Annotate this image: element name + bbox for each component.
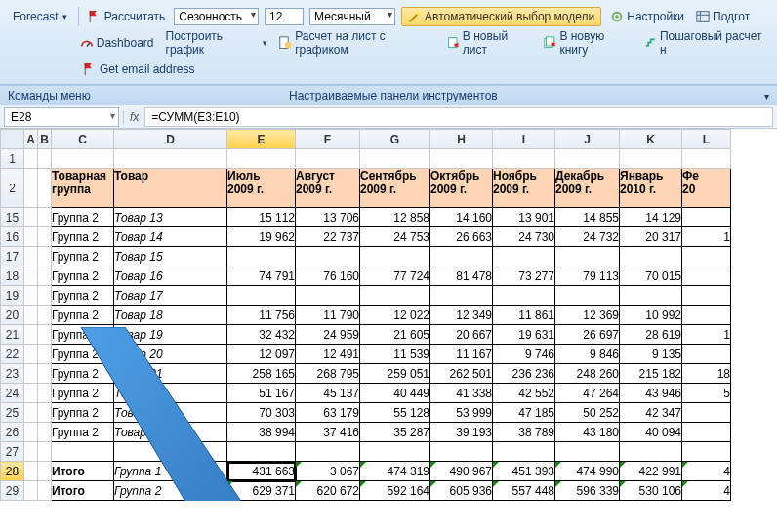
cell[interactable]: 41 338 <box>430 384 493 403</box>
calc-button[interactable]: Рассчитать <box>85 9 169 24</box>
cell[interactable]: 26 663 <box>430 227 493 247</box>
row-header[interactable]: 24 <box>1 384 24 403</box>
cell[interactable] <box>682 208 731 227</box>
ribbon-footer-center[interactable]: Настраиваемые панели инструментов <box>289 89 498 102</box>
row-header[interactable]: 19 <box>1 286 24 306</box>
cell[interactable] <box>682 423 731 442</box>
cell[interactable]: Группа 2 <box>52 345 114 364</box>
cell[interactable]: 620 672 <box>296 481 360 501</box>
cell[interactable]: Товар 14 <box>114 227 227 247</box>
cell[interactable] <box>38 364 52 384</box>
cell[interactable]: 53 999 <box>430 403 493 423</box>
row-header[interactable]: 16 <box>1 227 24 247</box>
row-header[interactable]: 27 <box>1 442 24 462</box>
cell[interactable]: 32 432 <box>227 325 296 345</box>
row-header[interactable]: 23 <box>1 364 24 384</box>
cell[interactable]: 37 416 <box>296 423 360 442</box>
get-email-button[interactable]: Get email address <box>80 61 197 77</box>
cell[interactable] <box>555 247 620 266</box>
cell[interactable]: Группа 2 <box>52 423 114 442</box>
row-header[interactable]: 28 <box>1 462 24 481</box>
row-header[interactable]: 15 <box>1 208 24 227</box>
cell[interactable] <box>24 403 38 423</box>
table-header-C[interactable]: Товарнаягруппа <box>52 169 114 208</box>
cell[interactable] <box>296 442 360 462</box>
cell[interactable]: 11 861 <box>493 306 555 325</box>
cell[interactable]: 38 994 <box>227 423 296 442</box>
cell[interactable] <box>38 208 52 227</box>
cell[interactable] <box>24 364 38 384</box>
col-header-B[interactable]: B <box>38 130 52 149</box>
cell[interactable]: Товар 13 <box>114 208 227 227</box>
cell[interactable] <box>114 442 227 462</box>
cell[interactable]: 26 697 <box>555 325 620 345</box>
cell[interactable]: 422 991 <box>620 462 682 481</box>
cell[interactable]: 51 167 <box>227 384 296 403</box>
new-sheet-button[interactable]: В новый лист <box>444 28 536 58</box>
cell[interactable]: 70 303 <box>227 403 296 423</box>
cell[interactable]: 24 753 <box>360 227 430 247</box>
cell[interactable]: 530 106 <box>620 481 682 501</box>
cell[interactable]: 43 180 <box>555 423 620 442</box>
cell[interactable] <box>38 247 52 266</box>
cell[interactable] <box>682 266 731 286</box>
forecast-menu[interactable]: Forecast ▾ <box>8 8 72 25</box>
cell[interactable]: 47 264 <box>555 384 620 403</box>
cell[interactable]: 9 846 <box>555 345 620 364</box>
new-book-button[interactable]: В новую книгу <box>541 28 635 58</box>
cell[interactable] <box>493 149 555 169</box>
cell[interactable]: 262 501 <box>430 364 493 384</box>
cell[interactable]: 14 160 <box>430 208 493 227</box>
cell[interactable] <box>620 247 682 266</box>
col-header-I[interactable]: I <box>493 130 555 149</box>
table-header-D[interactable]: Товар <box>114 169 227 208</box>
cell[interactable] <box>38 345 52 364</box>
cell[interactable]: Группа 2 <box>52 325 114 345</box>
cell[interactable] <box>360 286 430 306</box>
fx-icon[interactable]: fx <box>123 110 144 124</box>
cell[interactable]: 596 339 <box>555 481 620 501</box>
col-header-F[interactable]: F <box>296 130 360 149</box>
cell[interactable] <box>38 423 52 442</box>
cell[interactable]: Группа 2 <box>52 384 114 403</box>
cell[interactable]: 40 094 <box>620 423 682 442</box>
cell[interactable]: 12 097 <box>227 345 296 364</box>
cell[interactable] <box>360 149 430 169</box>
cell[interactable]: 77 724 <box>360 266 430 286</box>
cell[interactable]: 1 <box>682 325 731 345</box>
row-header[interactable]: 1 <box>1 149 24 169</box>
cell[interactable] <box>38 227 52 247</box>
table-header-F[interactable]: Август2009 г. <box>296 169 360 208</box>
cell[interactable] <box>360 247 430 266</box>
cell[interactable] <box>38 306 52 325</box>
cell[interactable] <box>620 442 682 462</box>
col-header-E[interactable]: E <box>227 130 296 149</box>
table-header-L[interactable]: Фе20 <box>682 169 731 208</box>
calc-sheet-button[interactable]: Расчет на лист с графиком <box>276 28 438 58</box>
cell[interactable] <box>38 169 52 208</box>
cell[interactable] <box>227 247 296 266</box>
cell[interactable]: 1 <box>682 227 731 247</box>
cell[interactable]: 268 795 <box>296 364 360 384</box>
cell[interactable]: Группа 2 <box>52 208 114 227</box>
table-header-H[interactable]: Октябрь2009 г. <box>430 169 493 208</box>
cell[interactable]: 12 858 <box>360 208 430 227</box>
cell[interactable] <box>24 442 38 462</box>
cell[interactable] <box>682 247 731 266</box>
cell[interactable]: Товар 18 <box>114 306 227 325</box>
row-header[interactable]: 25 <box>1 403 24 423</box>
cell[interactable]: 74 791 <box>227 266 296 286</box>
cell[interactable]: Итого <box>52 462 114 481</box>
cell[interactable]: 19 631 <box>493 325 555 345</box>
cell[interactable] <box>430 149 493 169</box>
cell[interactable] <box>620 149 682 169</box>
cell[interactable]: 42 552 <box>493 384 555 403</box>
cell[interactable] <box>24 481 38 501</box>
period-dropdown[interactable]: Месячный <box>309 8 395 25</box>
cell[interactable]: 13 706 <box>296 208 360 227</box>
cell[interactable] <box>24 227 38 247</box>
stepwise-button[interactable]: Пошаговый расчет н <box>641 28 769 58</box>
cell[interactable]: 10 992 <box>620 306 682 325</box>
row-header[interactable]: 20 <box>1 306 24 325</box>
cell[interactable]: 12 491 <box>296 345 360 364</box>
